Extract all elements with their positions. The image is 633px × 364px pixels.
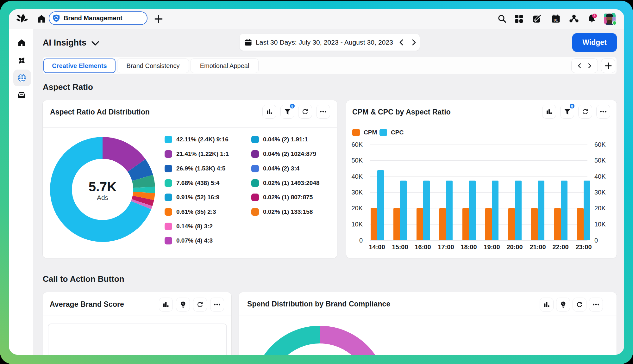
- svg-text:01: 01: [554, 18, 558, 22]
- svg-text:8: 8: [594, 14, 596, 18]
